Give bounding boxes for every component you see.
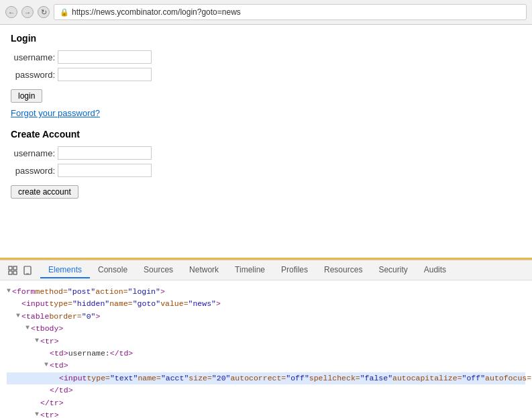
tab-timeline[interactable]: Timeline xyxy=(227,262,273,278)
url-text: https://news.ycombinator.com/login?goto=… xyxy=(72,7,241,17)
code-line: <tr> xyxy=(7,409,525,418)
devtools-inspect-button[interactable] xyxy=(5,263,20,278)
login-username-label: username: xyxy=(11,52,58,62)
code-line: <tr> xyxy=(7,335,525,348)
browser-chrome: ← → ↻ 🔒 https://news.ycombinator.com/log… xyxy=(0,0,532,25)
triangle-icon[interactable] xyxy=(7,286,11,297)
devtools-toolbar: Elements Console Sources Network Timelin… xyxy=(0,260,532,280)
page-content: Login username: password: login Forgot y… xyxy=(0,25,532,260)
triangle-icon[interactable] xyxy=(44,360,48,370)
tab-sources[interactable]: Sources xyxy=(136,262,181,278)
code-line-selected: ▶ <input type="text" name="acct" size="2… xyxy=(7,372,525,384)
address-bar[interactable]: 🔒 https://news.ycombinator.com/login?got… xyxy=(54,4,527,20)
devtools-content: <form method="post" action="login"> ▶ <i… xyxy=(0,280,532,418)
create-account-title: Create Account xyxy=(11,129,521,140)
tab-network[interactable]: Network xyxy=(181,262,227,278)
svg-rect-0 xyxy=(9,266,12,270)
svg-rect-1 xyxy=(13,266,17,270)
login-button[interactable]: login xyxy=(11,89,42,103)
tab-profiles[interactable]: Profiles xyxy=(273,262,316,278)
tab-security[interactable]: Security xyxy=(370,262,415,278)
code-line: ▶ <input type="hidden" name="goto" value… xyxy=(7,298,525,310)
create-password-input[interactable] xyxy=(58,164,152,177)
devtools-panel: Elements Console Sources Network Timelin… xyxy=(0,260,532,418)
login-password-label: password: xyxy=(11,70,58,80)
lock-icon: 🔒 xyxy=(60,8,69,17)
login-password-input[interactable] xyxy=(58,68,152,81)
svg-rect-3 xyxy=(13,271,17,274)
create-password-group: password: xyxy=(11,164,521,177)
devtools-tabs: Elements Console Sources Network Timelin… xyxy=(40,262,454,278)
triangle-icon[interactable] xyxy=(35,335,39,346)
code-line: <tbody> xyxy=(7,323,525,335)
triangle-icon[interactable] xyxy=(35,409,39,418)
devtools-mobile-button[interactable] xyxy=(20,263,35,278)
tab-resources[interactable]: Resources xyxy=(316,262,370,278)
forgot-password-link[interactable]: Forgot your password? xyxy=(11,108,521,118)
svg-rect-2 xyxy=(9,271,12,274)
login-password-group: password: xyxy=(11,68,521,81)
create-username-group: username: xyxy=(11,146,521,160)
code-line: <td> xyxy=(7,360,525,372)
create-username-label: username: xyxy=(11,148,58,158)
code-line: ▶ <td>username:</td> xyxy=(7,348,525,360)
create-password-label: password: xyxy=(11,166,58,176)
login-username-input[interactable] xyxy=(58,50,152,64)
create-username-input[interactable] xyxy=(58,146,152,160)
code-line: ▶ </td> xyxy=(7,384,525,397)
forward-button[interactable]: → xyxy=(21,6,34,18)
login-username-group: username: xyxy=(11,50,521,64)
create-account-button[interactable]: create account xyxy=(11,185,78,199)
code-line: ▶ </tr> xyxy=(7,397,525,409)
code-line: <form method="post" action="login"> xyxy=(7,286,525,298)
login-title: Login xyxy=(11,33,521,44)
tab-elements[interactable]: Elements xyxy=(40,262,90,278)
back-button[interactable]: ← xyxy=(5,6,17,18)
triangle-icon[interactable] xyxy=(25,323,30,333)
browser-toolbar: ← → ↻ 🔒 https://news.ycombinator.com/log… xyxy=(0,0,532,24)
triangle-icon[interactable] xyxy=(16,311,20,321)
tab-console[interactable]: Console xyxy=(90,262,136,278)
svg-rect-4 xyxy=(24,266,31,274)
refresh-button[interactable]: ↻ xyxy=(38,6,50,18)
tab-audits[interactable]: Audits xyxy=(416,262,454,278)
code-line: <table border="0"> xyxy=(7,311,525,323)
